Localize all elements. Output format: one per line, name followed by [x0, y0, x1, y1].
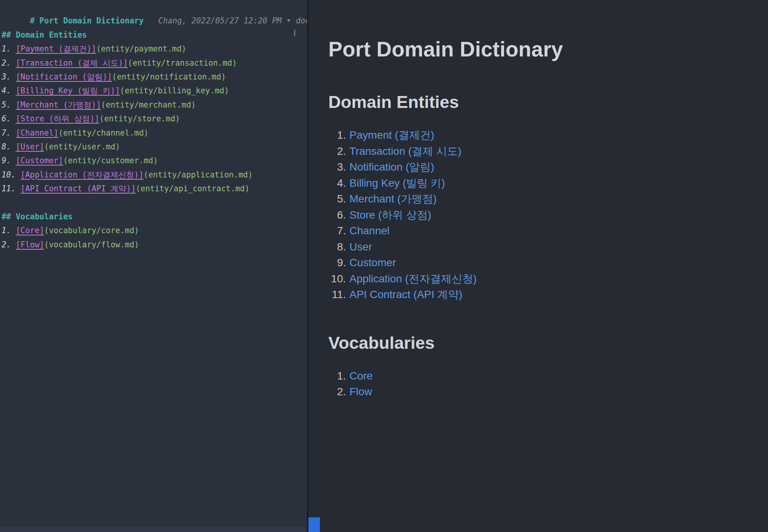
preview-link[interactable]: Application (전자결제신청): [349, 273, 477, 285]
text-cursor: [294, 30, 295, 36]
preview-link[interactable]: Payment (결제건): [349, 129, 434, 141]
markdown-link[interactable]: [Payment (결제건)]: [16, 44, 96, 53]
markdown-preview-pane: Port Domain Dictionary Domain EntitiesPa…: [308, 0, 768, 532]
editor-list-line: 4. [Billing Key (빌링 키)](entity/billing_k…: [2, 84, 307, 98]
list-number: 2.: [2, 58, 16, 68]
markdown-url: (entity/application.md): [144, 170, 253, 179]
horizontal-scrollbar[interactable]: [0, 527, 306, 532]
editor-list-line: 3. [Notification (알림)](entity/notificati…: [2, 70, 307, 84]
document-meta-author-date: Chang, 2022/05/27 12:20 PM • docs:: [158, 16, 307, 25]
preview-list-item: Customer: [328, 255, 753, 271]
markdown-url: (entity/customer.md): [63, 156, 158, 165]
editor-heading-line: ## Domain Entities: [2, 28, 307, 42]
editor-list-line: 10. [Application (전자결제신청)](entity/applic…: [2, 168, 307, 182]
markdown-link[interactable]: [Merchant (가맹점)]: [16, 100, 101, 109]
scroll-sync-indicator: [308, 517, 320, 532]
list-number: 7.: [2, 128, 16, 138]
markdown-link[interactable]: [Notification (알림)]: [16, 72, 112, 81]
preview-link[interactable]: Core: [349, 370, 373, 382]
preview-list: Payment (결제건)Transaction (결제 시도)Notifica…: [328, 127, 753, 303]
preview-body: Domain EntitiesPayment (결제건)Transaction …: [328, 92, 753, 400]
preview-list-item: Payment (결제건): [328, 127, 753, 143]
preview-list-item: Store (하위 상점): [328, 207, 753, 223]
markdown-url: (entity/billing_key.md): [120, 86, 229, 95]
preview-section-heading: Domain Entities: [328, 92, 753, 113]
preview-list: CoreFlow: [328, 368, 753, 400]
markdown-url: (entity/notification.md): [112, 72, 226, 81]
list-number: 11.: [2, 184, 20, 193]
preview-link[interactable]: Customer: [349, 257, 396, 268]
preview-link[interactable]: Store (하위 상점): [349, 209, 431, 221]
list-number: 3.: [2, 72, 16, 81]
editor-list-line: 11. [API Contract (API 계약)](entity/api_c…: [2, 182, 307, 196]
markdown-url: (entity/channel.md): [58, 128, 149, 138]
preview-link[interactable]: Notification (알림): [349, 161, 434, 173]
preview-list-item: Core: [328, 368, 753, 384]
preview-list-item: Merchant (가맹점): [328, 191, 753, 207]
markdown-url: (entity/payment.md): [96, 44, 187, 53]
list-number: 5.: [2, 100, 16, 109]
markdown-url: (vocabulary/core.md): [44, 226, 139, 235]
markdown-url: (entity/store.md): [99, 114, 180, 123]
markdown-url: (entity/merchant.md): [101, 100, 196, 109]
markdown-link[interactable]: [Customer]: [16, 156, 63, 165]
markdown-link[interactable]: [Application (전자결제신청)]: [20, 170, 143, 179]
editor-list-line: 6. [Store (하위 상점)](entity/store.md): [2, 112, 307, 126]
preview-link[interactable]: User: [349, 241, 372, 253]
editor-list-line: 9. [Customer](entity/customer.md): [2, 154, 307, 167]
list-number: 6.: [2, 114, 16, 123]
markdown-h1-source: # Port Domain Dictionary: [30, 16, 144, 25]
markdown-h2-source: ## Vocabularies: [2, 212, 73, 221]
list-number: 8.: [2, 142, 16, 151]
list-number: 4.: [2, 86, 16, 95]
preview-list-item: Billing Key (빌링 키): [328, 175, 753, 191]
list-number: 1.: [2, 226, 16, 235]
preview-link[interactable]: API Contract (API 계약): [349, 288, 462, 300]
preview-link[interactable]: Transaction (결제 시도): [349, 145, 461, 157]
editor-list-line: 2. [Flow](vocabulary/flow.md): [2, 238, 307, 252]
markdown-link[interactable]: [API Contract (API 계약)]: [20, 184, 136, 193]
preview-link[interactable]: Merchant (가맹점): [349, 193, 437, 205]
markdown-link[interactable]: [Channel]: [16, 128, 58, 138]
list-number: 2.: [2, 240, 16, 249]
editor-list-line: 5. [Merchant (가맹점)](entity/merchant.md): [2, 98, 307, 112]
editor-title-line: # Port Domain DictionaryChang, 2022/05/2…: [2, 0, 307, 14]
preview-list-item: Channel: [328, 223, 753, 239]
markdown-link[interactable]: [Core]: [16, 226, 44, 235]
list-number: 1.: [2, 44, 16, 53]
markdown-link[interactable]: [Store (하위 상점)]: [16, 114, 99, 123]
preview-link[interactable]: Channel: [349, 225, 389, 237]
markdown-url: (entity/user.md): [44, 142, 120, 151]
markdown-url: (entity/api_contract.md): [136, 184, 250, 193]
editor-list-line: 2. [Transaction (결제 시도)](entity/transact…: [2, 56, 307, 70]
editor-list-line: 8. [User](entity/user.md): [2, 140, 307, 154]
list-number: 10.: [2, 170, 20, 179]
list-number: 9.: [2, 156, 16, 165]
markdown-url: (entity/transaction.md): [128, 58, 237, 68]
preview-link[interactable]: Billing Key (빌링 키): [349, 177, 445, 189]
preview-list-item: User: [328, 239, 753, 255]
editor-body: ## Domain Entities1. [Payment (결제건)](ent…: [2, 14, 307, 252]
markdown-link[interactable]: [User]: [16, 142, 44, 151]
preview-section-heading: Vocabularies: [328, 333, 753, 353]
markdown-link[interactable]: [Transaction (결제 시도)]: [16, 58, 128, 68]
preview-list-item: Transaction (결제 시도): [328, 143, 753, 159]
markdown-link[interactable]: [Billing Key (빌링 키)]: [16, 86, 120, 95]
editor-blank-line: [2, 196, 307, 209]
markdown-url: (vocabulary/flow.md): [44, 240, 139, 249]
editor-list-line: 7. [Channel](entity/channel.md): [2, 126, 307, 140]
markdown-h2-source: ## Domain Entities: [2, 30, 87, 40]
editor-list-line: 1. [Payment (결제건)](entity/payment.md): [2, 42, 307, 56]
preview-list-item: Flow: [328, 384, 753, 400]
preview-list-item: Notification (알림): [328, 159, 753, 175]
markdown-app-window: # Port Domain DictionaryChang, 2022/05/2…: [0, 0, 768, 532]
preview-link[interactable]: Flow: [349, 386, 372, 398]
markdown-link[interactable]: [Flow]: [16, 240, 44, 249]
preview-list-item: API Contract (API 계약): [328, 287, 753, 303]
preview-list-item: Application (전자결제신청): [328, 271, 753, 287]
preview-page-title: Port Domain Dictionary: [328, 36, 753, 62]
editor-list-line: 1. [Core](vocabulary/core.md): [2, 224, 307, 237]
markdown-editor-pane[interactable]: # Port Domain DictionaryChang, 2022/05/2…: [0, 0, 307, 532]
editor-heading-line: ## Vocabularies: [2, 210, 307, 224]
